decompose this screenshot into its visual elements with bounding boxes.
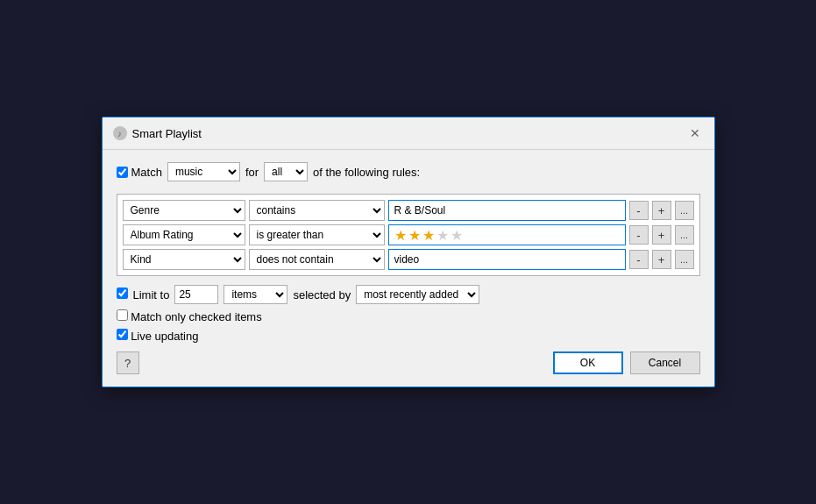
live-updating-row: Live updating xyxy=(117,329,700,343)
rule-1-minus-btn[interactable]: - xyxy=(629,201,649,220)
dialog-title: Smart Playlist xyxy=(132,127,202,140)
star-1: ★ xyxy=(394,227,407,244)
match-connector: for xyxy=(245,166,259,179)
action-buttons: OK Cancel xyxy=(553,351,700,374)
star-5: ★ xyxy=(451,227,463,244)
app-icon: ♪ xyxy=(113,126,127,140)
rule-1-op-select[interactable]: contains does not contain is is not star… xyxy=(249,200,385,221)
title-bar: ♪ Smart Playlist ✕ xyxy=(103,117,714,150)
ok-button[interactable]: OK xyxy=(553,351,623,374)
title-bar-left: ♪ Smart Playlist xyxy=(113,126,202,140)
limit-checkbox-label[interactable] xyxy=(117,287,128,302)
rule-3-plus-btn[interactable]: + xyxy=(652,250,671,269)
rule-row-1: Genre Album Rating Kind Artist Album Tit… xyxy=(123,200,694,221)
limit-sort-select[interactable]: most recently added random least recentl… xyxy=(356,285,479,304)
rule-3-op-select[interactable]: contains does not contain is is not star… xyxy=(249,249,385,270)
limit-items-select[interactable]: items minutes hours MB GB xyxy=(224,285,287,304)
rule-2-ellipsis-btn[interactable]: ... xyxy=(675,225,694,245)
rule-2-stars-display[interactable]: ★ ★ ★ ★ ★ xyxy=(388,224,626,245)
rule-2-plus-btn[interactable]: + xyxy=(652,225,671,245)
match-only-checkbox[interactable] xyxy=(117,309,128,321)
rule-1-plus-btn[interactable]: + xyxy=(652,201,671,220)
limit-checkbox[interactable] xyxy=(117,287,128,299)
rule-3-value-input[interactable] xyxy=(388,249,626,270)
limit-value-input[interactable] xyxy=(174,285,218,304)
rule-row-3: Genre Album Rating Kind Artist Album Tit… xyxy=(123,249,694,270)
star-3: ★ xyxy=(422,227,435,244)
match-checkbox-label[interactable]: Match xyxy=(117,166,162,179)
limit-label-prefix: Limit to xyxy=(133,288,170,302)
selected-by-label: selected by xyxy=(293,288,351,302)
rule-1-ellipsis-btn[interactable]: ... xyxy=(675,201,694,220)
rule-row-2: Genre Album Rating Kind Artist Album Tit… xyxy=(123,224,694,245)
match-label: Match xyxy=(131,166,162,179)
rule-1-field-select[interactable]: Genre Album Rating Kind Artist Album Tit… xyxy=(123,200,245,221)
rule-3-ellipsis-btn[interactable]: ... xyxy=(675,250,694,269)
smart-playlist-dialog: ♪ Smart Playlist ✕ Match music movies TV… xyxy=(102,117,715,387)
match-suffix: of the following rules: xyxy=(313,166,420,179)
bottom-row: ? OK Cancel xyxy=(117,351,700,374)
rule-3-minus-btn[interactable]: - xyxy=(629,250,649,269)
star-2: ★ xyxy=(408,227,421,244)
match-all-select[interactable]: all any xyxy=(264,162,308,181)
live-updating-checkbox[interactable] xyxy=(117,329,128,340)
match-only-row: Match only checked items xyxy=(117,309,700,323)
rule-2-op-select[interactable]: is is not is greater than is less than i… xyxy=(249,224,385,245)
rule-2-field-select[interactable]: Genre Album Rating Kind Artist Album Tit… xyxy=(123,224,245,245)
match-type-select[interactable]: music movies TV shows podcasts xyxy=(167,162,240,181)
dialog-body: Match music movies TV shows podcasts for… xyxy=(103,150,714,387)
close-button[interactable]: ✕ xyxy=(686,124,704,142)
rule-1-value-input[interactable] xyxy=(388,200,626,221)
match-only-label[interactable]: Match only checked items xyxy=(117,309,262,323)
cancel-button[interactable]: Cancel xyxy=(630,351,700,374)
star-4: ★ xyxy=(436,227,449,244)
rules-area: Genre Album Rating Kind Artist Album Tit… xyxy=(117,194,700,276)
rule-2-minus-btn[interactable]: - xyxy=(629,225,649,245)
match-checkbox[interactable] xyxy=(117,167,128,178)
match-only-text: Match only checked items xyxy=(131,310,262,323)
rule-3-field-select[interactable]: Genre Album Rating Kind Artist Album Tit… xyxy=(123,249,245,270)
limit-row: Limit to items minutes hours MB GB selec… xyxy=(117,285,700,304)
live-updating-label[interactable]: Live updating xyxy=(117,329,199,343)
live-updating-text: Live updating xyxy=(131,330,198,343)
match-row: Match music movies TV shows podcasts for… xyxy=(117,162,700,181)
help-button[interactable]: ? xyxy=(117,351,139,374)
